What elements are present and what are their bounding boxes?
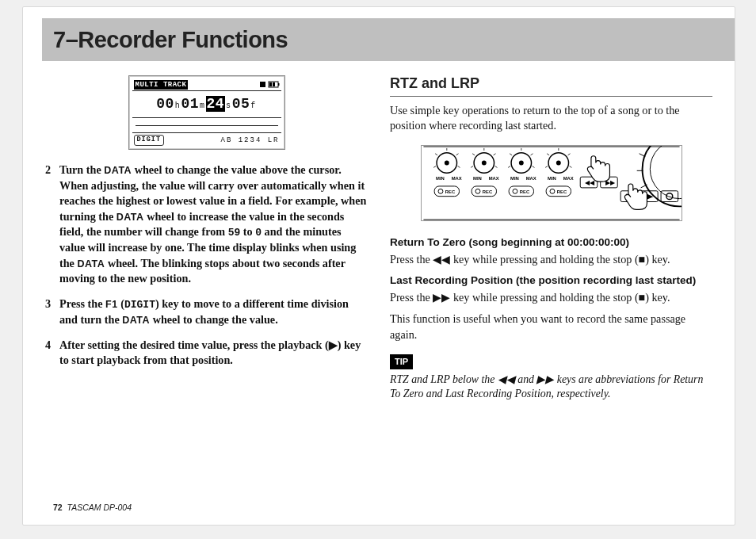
chapter-title-bar: 7–Recorder Functions <box>42 18 735 61</box>
lcd-seconds-highlighted: 24 <box>206 96 226 112</box>
svg-point-9 <box>444 161 449 166</box>
lcd-mode-label: MULTI TRACK <box>134 80 189 90</box>
ffwd-icon: ▶▶ <box>536 373 554 385</box>
lrp-instruction: Press the ▶▶ key while pressing and hold… <box>390 290 712 306</box>
svg-text:MIN: MIN <box>548 176 556 181</box>
svg-text:REC: REC <box>556 189 567 194</box>
ffwd-icon: ▶▶ <box>433 291 450 304</box>
svg-point-16 <box>481 161 486 166</box>
rtz-instruction: Press the ◀◀ key while pressing and hold… <box>390 252 712 268</box>
product-model: TASCAM DP-004 <box>67 503 132 512</box>
svg-text:MAX: MAX <box>451 176 461 181</box>
svg-point-23 <box>518 161 523 166</box>
step-number: 4 <box>45 338 59 369</box>
svg-text:MAX: MAX <box>488 176 498 181</box>
svg-rect-3 <box>269 82 272 86</box>
lcd-status-icons <box>259 81 280 89</box>
step-text: After setting the desired time value, pr… <box>59 338 368 369</box>
lcd-meter-labels: AB 1234 LR <box>220 136 279 145</box>
lrp-subheading: Last Recording Position (the position re… <box>390 273 712 289</box>
svg-text:REC: REC <box>445 189 455 194</box>
rewind-icon: ◀◀ <box>433 253 450 266</box>
svg-text:MIN: MIN <box>510 176 519 181</box>
tip-badge: TIP <box>390 354 413 369</box>
manual-page: 7–Recorder Functions MULTI TRACK <box>22 6 735 526</box>
svg-rect-2 <box>278 83 280 86</box>
lcd-waveform-area <box>132 117 281 133</box>
chapter-title: 7–Recorder Functions <box>53 27 288 53</box>
svg-text:MIN: MIN <box>473 176 482 181</box>
rewind-icon: ◀◀ <box>498 373 515 385</box>
lcd-hours: 00 <box>156 96 174 112</box>
svg-rect-4 <box>273 82 275 86</box>
lcd-frames: 05 <box>232 96 250 112</box>
left-column: MULTI TRACK <box>45 74 368 401</box>
lcd-minutes: 01 <box>181 96 199 112</box>
svg-rect-0 <box>260 82 265 87</box>
device-panel-diagram: MINMAX MINMAX MINMAX MINMAX REC REC <box>390 145 712 221</box>
rtz-subheading: Return To Zero (song beginning at 00:00:… <box>390 235 712 250</box>
page-number: 72 <box>53 503 63 512</box>
stop-icon: ■ <box>639 291 646 304</box>
section-heading: RTZ and LRP <box>390 74 712 97</box>
svg-text:REC: REC <box>519 189 529 194</box>
stop-icon: ■ <box>639 253 646 266</box>
two-column-content: MULTI TRACK <box>23 61 735 401</box>
step-number: 2 <box>45 162 59 287</box>
step-3: 3 Press the F1 (DIGIT) key to move to a … <box>45 296 368 328</box>
svg-point-30 <box>556 161 560 166</box>
right-column: RTZ and LRP Use simple key operations to… <box>390 74 712 401</box>
lcd-digit-badge: DIGIT <box>134 135 165 146</box>
svg-text:MIN: MIN <box>436 176 445 181</box>
lrp-note: This function is useful when you want to… <box>390 312 712 342</box>
section-intro: Use simple key operations to return to t… <box>390 103 712 134</box>
step-4: 4 After setting the desired time value, … <box>45 338 368 369</box>
svg-text:REC: REC <box>482 189 492 194</box>
step-2: 2 Turn the DATA wheel to change the valu… <box>45 162 368 287</box>
step-text: Turn the DATA wheel to change the value … <box>59 162 368 287</box>
lcd-diagram: MULTI TRACK <box>45 75 368 150</box>
play-icon: ▶ <box>329 338 338 351</box>
svg-text:◀◀: ◀◀ <box>585 179 595 186</box>
lcd-time-display: 00h01m24s05f <box>132 91 281 116</box>
step-number: 3 <box>45 296 59 328</box>
step-text: Press the F1 (DIGIT) key to move to a di… <box>59 296 368 328</box>
tip-text: RTZ and LRP below the ◀◀ and ▶▶ keys are… <box>390 373 712 401</box>
svg-text:MAX: MAX <box>525 176 536 181</box>
svg-text:MAX: MAX <box>563 176 573 181</box>
instruction-list: 2 Turn the DATA wheel to change the valu… <box>45 162 368 369</box>
page-footer: 72 TASCAM DP-004 <box>53 503 132 512</box>
